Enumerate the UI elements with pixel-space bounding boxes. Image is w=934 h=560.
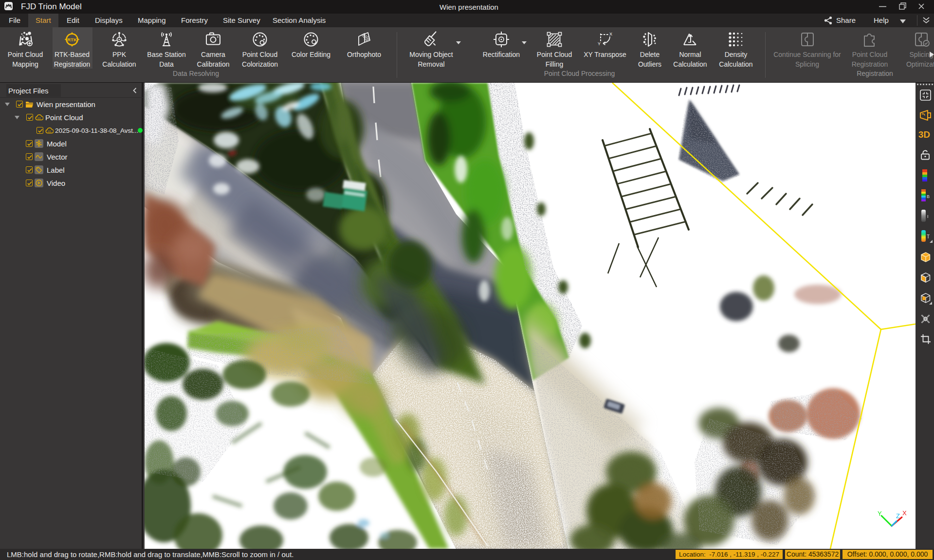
svg-text:I: I: [927, 214, 929, 219]
svg-text:Y: Y: [598, 41, 601, 46]
svg-text:RTK: RTK: [67, 37, 77, 42]
svg-text:B: B: [927, 194, 930, 199]
svg-text:T: T: [927, 234, 930, 239]
svg-text:Z: Z: [896, 512, 900, 520]
svg-text:X: X: [609, 32, 612, 36]
svg-text:X: X: [902, 509, 907, 517]
svg-text:Y: Y: [878, 510, 882, 517]
